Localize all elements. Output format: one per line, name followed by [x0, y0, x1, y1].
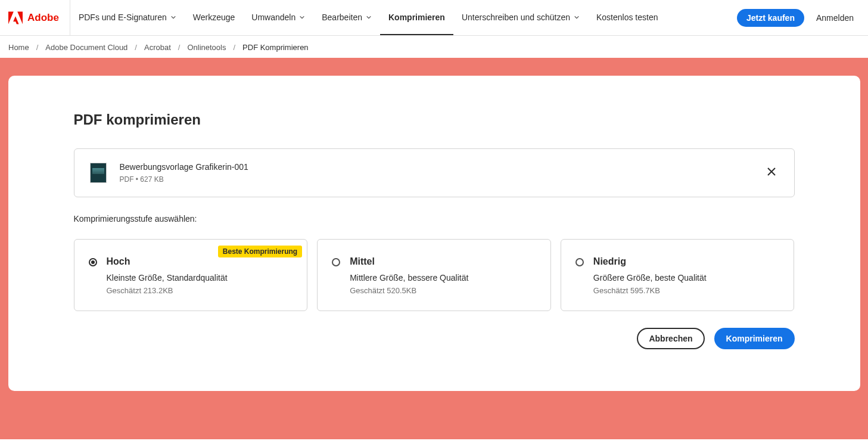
- radio-icon: [575, 258, 584, 266]
- file-row: Bewerbungsvorlage Grafikerin-001 PDF • 6…: [74, 148, 795, 197]
- file-thumbnail-icon: [90, 163, 107, 183]
- chevron-down-icon: [574, 13, 580, 22]
- compression-select-label: Komprimierungsstufe auswählen:: [74, 214, 795, 224]
- option-title: Niedrig: [593, 256, 780, 267]
- option-description: Größere Größe, beste Qualität: [593, 273, 780, 283]
- compress-button[interactable]: Komprimieren: [714, 328, 795, 349]
- nav-item-label: Unterschreiben und schützen: [462, 13, 570, 22]
- nav-item-6[interactable]: Kostenlos testen: [588, 0, 667, 35]
- cancel-button[interactable]: Abbrechen: [637, 328, 704, 349]
- file-name: Bewerbungsvorlage Grafikerin-001: [120, 162, 751, 172]
- login-link[interactable]: Anmelden: [816, 13, 860, 23]
- breadcrumb-current: PDF Komprimieren: [242, 43, 309, 52]
- action-row: Abbrechen Komprimieren: [74, 328, 795, 349]
- header: Adobe PDFs und E-SignaturenWerkzeugeUmwa…: [0, 0, 868, 36]
- file-size: PDF • 627 KB: [120, 175, 751, 184]
- main-nav: PDFs und E-SignaturenWerkzeugeUmwandelnB…: [70, 0, 667, 35]
- adobe-logo-icon: [8, 11, 23, 24]
- nav-item-0[interactable]: PDFs und E-Signaturen: [70, 0, 185, 35]
- page-title: PDF komprimieren: [74, 111, 795, 128]
- nav-item-label: Kostenlos testen: [596, 13, 658, 22]
- nav-right: Jetzt kaufen Anmelden: [737, 9, 860, 27]
- compression-option[interactable]: Beste KomprimierungHochKleinste Größe, S…: [74, 239, 308, 311]
- option-description: Kleinste Größe, Standardqualität: [107, 273, 293, 283]
- compression-option[interactable]: NiedrigGrößere Größe, beste QualitätGesc…: [561, 239, 795, 311]
- breadcrumb-separator: /: [233, 43, 235, 52]
- buy-now-button[interactable]: Jetzt kaufen: [737, 9, 804, 27]
- breadcrumb-link[interactable]: Home: [8, 43, 29, 52]
- nav-item-5[interactable]: Unterschreiben und schützen: [453, 0, 588, 35]
- option-title: Mittel: [350, 256, 536, 267]
- main-card: PDF komprimieren Bewerbungsvorlage Grafi…: [8, 76, 860, 391]
- nav-item-1[interactable]: Werkzeuge: [185, 0, 244, 35]
- radio-icon: [332, 258, 340, 266]
- breadcrumb: Home/Adobe Document Cloud/Acrobat/Online…: [0, 36, 868, 58]
- remove-file-button[interactable]: [764, 164, 779, 182]
- option-estimate: Geschätzt 520.5KB: [350, 286, 536, 295]
- brand-name: Adobe: [27, 12, 59, 24]
- breadcrumb-link[interactable]: Adobe Document Cloud: [45, 43, 127, 52]
- option-description: Mittlere Größe, bessere Qualität: [350, 273, 536, 283]
- compression-option[interactable]: MittelMittlere Größe, bessere QualitätGe…: [317, 239, 551, 311]
- chevron-down-icon: [366, 13, 372, 22]
- nav-item-label: Werkzeuge: [193, 13, 235, 22]
- option-estimate: Geschätzt 213.2KB: [107, 286, 293, 295]
- nav-item-label: Bearbeiten: [322, 13, 362, 22]
- close-icon: [767, 167, 776, 179]
- option-estimate: Geschätzt 595.7KB: [593, 286, 780, 295]
- nav-item-label: Komprimieren: [388, 13, 445, 22]
- breadcrumb-separator: /: [36, 43, 39, 52]
- option-title: Hoch: [107, 256, 293, 267]
- breadcrumb-link[interactable]: Onlinetools: [187, 43, 226, 52]
- page-background: PDF komprimieren Bewerbungsvorlage Grafi…: [0, 58, 868, 439]
- brand-logo[interactable]: Adobe: [8, 11, 70, 24]
- compression-options: Beste KomprimierungHochKleinste Größe, S…: [74, 239, 795, 311]
- nav-item-4[interactable]: Komprimieren: [380, 0, 453, 35]
- file-meta: Bewerbungsvorlage Grafikerin-001 PDF • 6…: [120, 162, 751, 184]
- radio-icon: [89, 258, 97, 266]
- chevron-down-icon: [170, 13, 176, 22]
- breadcrumb-separator: /: [178, 43, 181, 52]
- breadcrumb-link[interactable]: Acrobat: [144, 43, 171, 52]
- chevron-down-icon: [299, 13, 305, 22]
- nav-item-label: Umwandeln: [251, 13, 295, 22]
- best-compression-badge: Beste Komprimierung: [218, 246, 302, 257]
- nav-item-label: PDFs und E-Signaturen: [79, 13, 167, 22]
- nav-item-3[interactable]: Bearbeiten: [313, 0, 380, 35]
- breadcrumb-separator: /: [135, 43, 137, 52]
- nav-item-2[interactable]: Umwandeln: [243, 0, 313, 35]
